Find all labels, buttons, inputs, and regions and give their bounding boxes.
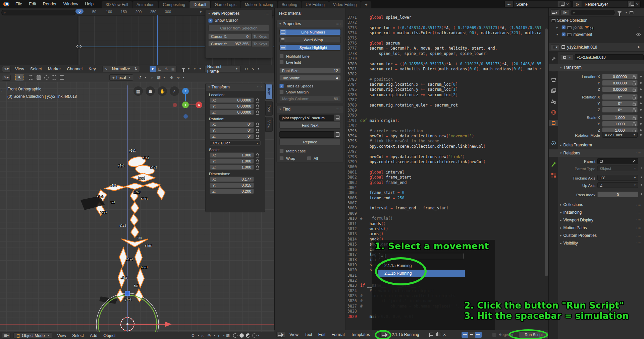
find-text-picker-icon[interactable] <box>334 115 341 121</box>
animate-dot[interactable] <box>640 129 642 131</box>
code-line[interactable]: 3787 <box>345 97 545 103</box>
shading-material-icon[interactable] <box>246 333 250 338</box>
code-line[interactable]: 3802 global frame_start <box>345 175 545 180</box>
falloff-icon[interactable]: ∿ <box>175 75 182 80</box>
relations-panel-header[interactable]: ▾Relations∷∷ <box>549 149 644 157</box>
outliner-search[interactable]: ⌕ <box>571 10 615 15</box>
find-next-button[interactable]: Find Next <box>279 122 341 129</box>
proportional-icon[interactable]: ⊙ <box>168 75 175 80</box>
show-cursor-checkbox[interactable]: ✓ <box>208 18 213 23</box>
editor-type-icon[interactable]: ∿▾ <box>2 66 11 72</box>
disabled-tool-icon[interactable]: ▣ <box>170 66 176 72</box>
rotation-x-field[interactable]: X:0° <box>210 122 254 127</box>
warning-icon[interactable]: ⚠ <box>163 66 170 72</box>
code-line[interactable]: 3791def main(origin): <box>345 118 545 123</box>
text-menu-format[interactable]: Format <box>328 332 348 337</box>
cursor-from-selection-button[interactable]: Cursor from Selection <box>208 25 269 31</box>
playhead[interactable] <box>157 15 158 65</box>
cursor-x-field[interactable]: Cursor X: 0 <box>208 33 251 39</box>
snapping-icon[interactable]: ▩ <box>155 75 162 80</box>
replace-button[interactable]: Replace <box>279 139 341 145</box>
tweak-tool-icon[interactable] <box>28 75 34 80</box>
code-line[interactable]: 3812 wrists() <box>345 226 545 231</box>
replace-text-picker-icon[interactable] <box>334 131 341 138</box>
code-line[interactable]: 3778 spine_loc, spine_rot, spine_upper, … <box>345 51 545 56</box>
live-edit-checkbox[interactable] <box>279 60 284 64</box>
tab-texture-icon[interactable] <box>550 172 557 179</box>
select-box-tool-icon[interactable] <box>35 75 42 80</box>
unlink-text-icon[interactable]: ✕ <box>441 332 448 338</box>
code-line[interactable]: 3809 <box>345 211 545 216</box>
tab-view-layer-icon[interactable] <box>550 88 557 94</box>
delta-transform-panel[interactable]: ▸Delta Transform <box>549 141 644 149</box>
code-line[interactable]: 3784 sacrum.rig.location.x += sacrum_loc… <box>345 82 545 87</box>
tab-tool-icon[interactable] <box>550 56 557 62</box>
code-line[interactable]: 3795 # link the newCol to the scene <box>345 139 545 144</box>
rotation-y-field[interactable]: Y:0° <box>210 128 254 133</box>
grip-icon[interactable]: ∷∷ <box>264 12 269 15</box>
workspace-tab-default[interactable]: Default <box>190 1 211 8</box>
code-line[interactable]: 3780 sacrum_loc = ((0.185506/0.351173)*A… <box>345 62 545 67</box>
lock-icon[interactable] <box>633 110 636 112</box>
lock-icon[interactable] <box>256 167 259 170</box>
lock-icon[interactable] <box>633 124 636 126</box>
graph-channel-search[interactable]: ⌕ <box>1 10 76 15</box>
scene-selector[interactable]: ●▾ Scene ✕ <box>504 1 571 7</box>
code-line[interactable]: 3786 sacrum.rig.location.z += sacrum_loc… <box>345 92 545 97</box>
scale-z-field[interactable]: Z:1.000 <box>210 164 254 170</box>
collection-checkbox[interactable]: ✓ <box>561 25 566 29</box>
shading-rendered-icon[interactable] <box>252 333 257 338</box>
code-line[interactable]: 3798 newCol = bpy.data.collections.new('… <box>345 154 545 159</box>
line-numbers-toggle-icon[interactable] <box>462 332 468 338</box>
viewport-3d[interactable]: Front Orthographic (0) Scene Collection … <box>0 82 274 332</box>
transform-orientation-icon[interactable]: ⊙ <box>190 333 196 338</box>
workspace-tab-game-logic[interactable]: Game Logic <box>211 1 241 8</box>
object-name-field[interactable]: y1y2.link.left.018 <box>575 54 644 60</box>
word-wrap-toggle-icon[interactable] <box>468 332 475 338</box>
code-line[interactable]: 3811 hands() <box>345 221 545 226</box>
renderlayer-copy-button[interactable] <box>628 1 634 7</box>
rotation-mode-dropdown[interactable]: XYZ Euler▾ <box>602 132 638 138</box>
topbar-menu-window[interactable]: Window <box>60 0 82 8</box>
rotation-mode-dropdown[interactable]: XYZ Euler▾ <box>210 140 261 146</box>
code-line[interactable]: 3782 <box>345 72 545 77</box>
outliner-row-movement[interactable]: ▾✓movement <box>549 31 644 38</box>
dimension-y-field[interactable]: Y:0.015 <box>210 183 254 188</box>
graph-menu-channel[interactable]: Channel <box>64 67 86 71</box>
proportional-icon[interactable]: ◎ <box>206 333 212 338</box>
active-tool-select-icon[interactable]: ↖ <box>15 74 23 81</box>
code-line[interactable]: 3773 spine_loc = ((0.143814/0.351173)*A,… <box>345 25 545 30</box>
lock-icon[interactable] <box>256 136 259 139</box>
register-checkbox[interactable] <box>492 333 496 337</box>
tab-item[interactable]: Item <box>265 84 273 99</box>
animate-dot[interactable] <box>640 76 642 77</box>
text-menu-text[interactable]: Text <box>302 332 315 337</box>
code-line[interactable]: 3783 # position <box>345 77 545 82</box>
graph-menu-view[interactable]: View <box>12 67 27 71</box>
current-frame-badge[interactable]: 0 <box>75 9 84 14</box>
topbar-menu-file[interactable]: File <box>12 0 25 8</box>
workspace-tab-motion-tracking[interactable]: Motion Tracking <box>241 1 278 8</box>
cursor-y-field[interactable]: Cursor Y: 957.255 <box>208 41 251 47</box>
editor-type-icon[interactable]: ▾ <box>550 9 559 15</box>
font-size-field[interactable]: Font Size: 12 <box>279 68 341 73</box>
lock-icon[interactable] <box>256 161 259 163</box>
expand-icon[interactable]: ▾ <box>556 33 558 36</box>
expand-icon[interactable]: ▸ <box>556 26 558 29</box>
replace-input[interactable] <box>279 131 334 138</box>
parent-field[interactable] <box>597 158 638 164</box>
workspace-tab-compositing[interactable]: Compositing <box>159 1 190 8</box>
location-z-field[interactable]: Z:0.00000 <box>210 110 254 115</box>
code-line[interactable]: 3789 <box>345 108 545 113</box>
cursor-y-to-keys-button[interactable]: To Keys <box>251 41 269 47</box>
animate-dot[interactable] <box>640 134 642 136</box>
transform-panel-header[interactable]: ▾Transform∷∷ <box>549 64 644 71</box>
up-axis-dropdown[interactable]: Z▾ <box>597 182 638 188</box>
match-case-checkbox[interactable] <box>279 149 284 153</box>
code-line[interactable]: 3775 <box>345 36 545 41</box>
visibility-eye-icon[interactable] <box>636 33 641 36</box>
panel-instancing[interactable]: ▸Instancing∷∷ <box>549 209 644 216</box>
refresh-icon[interactable]: ↻ <box>133 66 140 72</box>
code-line[interactable]: 3808 interval = frame_end - frame_start <box>345 206 545 211</box>
select-circle-tool-icon[interactable] <box>43 75 50 80</box>
